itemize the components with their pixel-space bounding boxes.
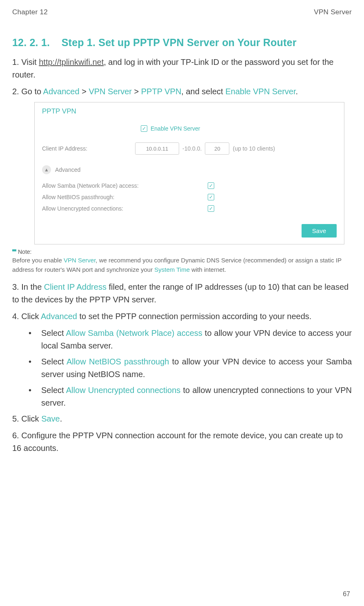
allow-netbios-label: Allow NetBIOS passthrough: bbox=[42, 194, 169, 200]
tplink-url[interactable]: http://tplinkwifi.net bbox=[39, 58, 104, 67]
allow-unencrypted-row: Allow Unencrypted connections: ✓ bbox=[35, 203, 344, 214]
enable-vpn-checkbox[interactable]: ✓ bbox=[141, 125, 147, 132]
note-vpn-server: VPN Server bbox=[64, 257, 95, 264]
hl-client-ip: Client IP Address bbox=[44, 282, 107, 291]
client-ip-end-input[interactable] bbox=[205, 142, 229, 155]
client-ip-row: Client IP Address: -10.0.0. (up to 10 cl… bbox=[35, 140, 344, 157]
allow-samba-label: Allow Samba (Network Place) access: bbox=[42, 182, 169, 189]
client-ip-start-input[interactable] bbox=[135, 142, 179, 155]
step-2: 2. Go to Advanced > VPN Server > PPTP VP… bbox=[12, 85, 352, 98]
step-6: 6. Configure the PPTP VPN connection acc… bbox=[12, 429, 352, 455]
ip-range-prefix: -10.0.0. bbox=[182, 145, 202, 152]
heading-number: 12. 2. 1. bbox=[12, 37, 50, 48]
panel-title: PPTP VPN bbox=[35, 102, 344, 123]
chevron-up-icon: ▲ bbox=[42, 165, 51, 174]
page-number: 67 bbox=[343, 590, 350, 598]
note-body: Before you enable VPN Server, we recomme… bbox=[12, 256, 352, 274]
text: . bbox=[60, 414, 62, 423]
note-title-row: Note: bbox=[12, 249, 352, 255]
client-ip-label: Client IP Address: bbox=[42, 145, 132, 152]
text: Select bbox=[41, 357, 67, 366]
allow-samba-row: Allow Samba (Network Place) access: ✓ bbox=[35, 180, 344, 191]
heading-title: Step 1. Set up PPTP VPN Server on Your R… bbox=[62, 37, 297, 48]
section-heading: 12. 2. 1. Step 1. Set up PPTP VPN Server… bbox=[12, 37, 352, 49]
nav-pptp-vpn: PPTP VPN bbox=[141, 87, 182, 96]
text: Select bbox=[41, 386, 66, 395]
text: Select bbox=[41, 329, 66, 337]
nav-advanced: Advanced bbox=[43, 87, 80, 96]
text: , and select bbox=[181, 87, 225, 96]
bullet-icon: • bbox=[29, 384, 31, 409]
hl-allow-unenc: Allow Unencrypted connections bbox=[66, 386, 180, 395]
save-row: Save bbox=[35, 214, 344, 244]
enable-vpn-row: ✓ Enable VPN Server bbox=[35, 123, 344, 134]
text: 4. Click bbox=[12, 312, 41, 321]
note-title: Note: bbox=[18, 249, 31, 255]
text: > bbox=[80, 87, 89, 96]
step-1: 1. Visit http://tplinkwifi.net, and log … bbox=[12, 56, 352, 81]
section-label: VPN Server bbox=[314, 8, 352, 16]
text: > bbox=[132, 87, 141, 96]
allow-unencrypted-label: Allow Unencrypted connections: bbox=[42, 205, 169, 212]
allow-netbios-row: Allow NetBIOS passthrough: ✓ bbox=[35, 191, 344, 203]
page-header: Chapter 12 VPN Server bbox=[12, 8, 352, 16]
note-system-time: System Time bbox=[154, 266, 190, 273]
text: to set the PPTP connection permission ac… bbox=[77, 312, 311, 321]
text: . bbox=[296, 87, 298, 96]
step-4: 4. Click Advanced to set the PPTP connec… bbox=[12, 310, 352, 323]
hl-save: Save bbox=[41, 414, 60, 423]
pptp-vpn-panel: PPTP VPN ✓ Enable VPN Server Client IP A… bbox=[34, 102, 344, 244]
advanced-label: Advanced bbox=[55, 166, 80, 173]
chapter-label: Chapter 12 bbox=[12, 8, 48, 16]
nav-vpn-server: VPN Server bbox=[89, 87, 132, 96]
text: 2. Go to bbox=[12, 87, 43, 96]
allow-samba-checkbox[interactable]: ✓ bbox=[208, 182, 214, 189]
bullet-3: • Select Allow Unencrypted connections t… bbox=[12, 384, 352, 409]
step-5: 5. Click Save. bbox=[12, 413, 352, 425]
bullet-icon: • bbox=[29, 327, 31, 352]
note-icon bbox=[12, 249, 16, 253]
step-3: 3. In the Client IP Address filed, enter… bbox=[12, 281, 352, 306]
hl-allow-samba: Allow Samba (Network Place) access bbox=[66, 329, 202, 337]
save-button[interactable]: Save bbox=[302, 224, 337, 238]
ip-hint: (up to 10 clients) bbox=[233, 145, 275, 152]
nav-enable-vpn: Enable VPN Server bbox=[225, 87, 295, 96]
text: 3. In the bbox=[12, 282, 44, 291]
text: with internet. bbox=[190, 266, 226, 273]
bullet-1: • Select Allow Samba (Network Place) acc… bbox=[12, 327, 352, 352]
text: 1. Visit bbox=[12, 58, 39, 67]
bullet-icon: • bbox=[29, 355, 31, 381]
allow-unencrypted-checkbox[interactable]: ✓ bbox=[208, 205, 214, 212]
advanced-toggle[interactable]: ▲ Advanced bbox=[35, 157, 344, 180]
bullet-2: • Select Allow NetBIOS passthrough to al… bbox=[12, 355, 352, 381]
allow-netbios-checkbox[interactable]: ✓ bbox=[208, 194, 214, 200]
text: 5. Click bbox=[12, 414, 41, 423]
text: Before you enable bbox=[12, 257, 64, 264]
enable-vpn-label: Enable VPN Server bbox=[151, 125, 200, 132]
hl-allow-netbios: Allow NetBIOS passthrough bbox=[67, 357, 169, 366]
hl-advanced: Advanced bbox=[41, 312, 77, 321]
